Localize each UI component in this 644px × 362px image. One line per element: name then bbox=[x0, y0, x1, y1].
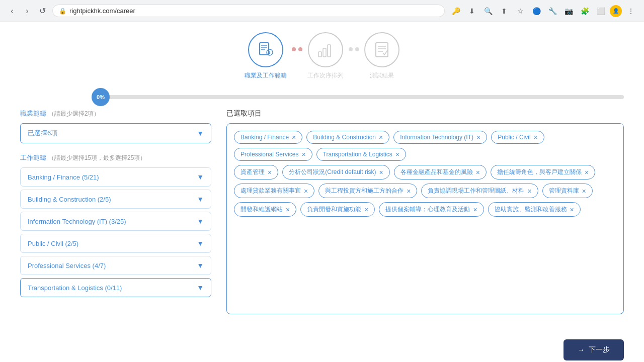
step1-circle bbox=[248, 32, 283, 67]
work-tags-row: 資產管理×分析公司狀況(Credit default risk)×各種金融產品和… bbox=[234, 165, 616, 217]
progress-bar: 0% bbox=[101, 95, 624, 99]
category-label: Information Technology (IT) (3/25) bbox=[28, 218, 126, 225]
next-button[interactable]: → 下一步 bbox=[564, 339, 624, 360]
tag-text: 協助實施、監測和改善服務 bbox=[495, 205, 567, 214]
tag-text: 負責開發和實施功能 bbox=[307, 205, 361, 214]
work-tag: 負責開發和實施功能× bbox=[300, 202, 375, 217]
tag-text: 管理資料庫 bbox=[549, 187, 579, 195]
dot4 bbox=[355, 47, 359, 51]
selected-box: Banking / Finance×Building & Constructio… bbox=[226, 123, 624, 314]
tag-close-icon[interactable]: × bbox=[286, 206, 290, 213]
category-label: Public / Civil (2/5) bbox=[28, 240, 78, 247]
step-dots-1 bbox=[292, 47, 302, 51]
selected-label: 已選取項目 bbox=[226, 109, 624, 118]
tag-text: 擔任統籌角色，與客戶建立關係 bbox=[497, 168, 582, 176]
screenshot-icon[interactable]: 📷 bbox=[561, 4, 576, 18]
dot1 bbox=[292, 47, 296, 51]
work-tag: 協助實施、監測和改善服務× bbox=[488, 202, 581, 217]
back-button[interactable]: ‹ bbox=[6, 5, 18, 17]
key-icon[interactable]: 🔑 bbox=[449, 4, 463, 18]
browser-action-buttons[interactable]: 🔑 ⬇ 🔍 ⬆ ☆ 🔵 🔧 📷 🧩 ⬜ 👤 ⋮ bbox=[449, 4, 638, 18]
step-career: 職業及工作範疇 bbox=[245, 32, 287, 80]
tag-close-icon[interactable]: × bbox=[364, 206, 368, 213]
step-work-order: 工作次序排列 bbox=[307, 32, 344, 80]
work-tag: 管理資料庫× bbox=[542, 184, 593, 198]
svg-rect-7 bbox=[318, 52, 321, 57]
career-dropdown-label: 已選擇6項 bbox=[28, 129, 57, 138]
category-arrow-icon: ▼ bbox=[197, 284, 204, 292]
star-icon[interactable]: ☆ bbox=[513, 4, 527, 18]
address-bar[interactable]: 🔒 rightpickhk.com/career bbox=[52, 5, 445, 17]
category-label: Banking / Finance (5/21) bbox=[28, 173, 99, 181]
tag-close-icon[interactable]: × bbox=[476, 134, 480, 141]
tag-close-icon[interactable]: × bbox=[527, 188, 531, 195]
tag-close-icon[interactable]: × bbox=[407, 188, 411, 195]
tag-text: 開發和維護網站 bbox=[240, 205, 283, 214]
category-label: Professional Services (4/7) bbox=[28, 262, 106, 269]
tag-close-icon[interactable]: × bbox=[585, 169, 589, 176]
search-icon[interactable]: 🔍 bbox=[481, 4, 495, 18]
category-item[interactable]: Transportation & Logistics (0/11) ▼ bbox=[20, 278, 211, 297]
category-item[interactable]: Banking / Finance (5/21) ▼ bbox=[20, 167, 211, 187]
menu-icon[interactable]: ⋮ bbox=[624, 4, 638, 18]
download-icon[interactable]: ⬇ bbox=[465, 4, 479, 18]
tag-close-icon[interactable]: × bbox=[534, 134, 538, 141]
step1-label: 職業及工作範疇 bbox=[245, 71, 287, 80]
svg-rect-10 bbox=[376, 43, 388, 57]
tag-text: 處理貸款業務有關事宜 bbox=[240, 187, 301, 195]
tag-close-icon[interactable]: × bbox=[379, 134, 383, 141]
tag-close-icon[interactable]: × bbox=[268, 169, 272, 176]
step-dots-2 bbox=[349, 47, 359, 51]
profile-avatar[interactable]: 👤 bbox=[610, 5, 622, 17]
category-arrow-icon: ▼ bbox=[197, 261, 204, 269]
tag-text: Transportation & Logistics bbox=[323, 151, 392, 158]
tag-close-icon[interactable]: × bbox=[476, 169, 480, 176]
right-panel: 已選取項目 Banking / Finance×Building & Const… bbox=[226, 109, 624, 314]
work-tag: 擔任統籌角色，與客戶建立關係× bbox=[491, 165, 595, 179]
career-tag: Information Technology (IT)× bbox=[393, 131, 487, 144]
category-label: Transportation & Logistics (0/11) bbox=[28, 284, 122, 292]
career-section: 職業範疇 （請最少選擇2項） 已選擇6項 ▼ bbox=[20, 109, 211, 143]
career-tag: Professional Services× bbox=[234, 148, 312, 161]
puzzle-icon[interactable]: 🧩 bbox=[578, 4, 592, 18]
url-text: rightpickhk.com/career bbox=[69, 7, 135, 15]
tag-close-icon[interactable]: × bbox=[304, 188, 308, 195]
career-dropdown-arrow: ▼ bbox=[197, 129, 204, 137]
browser-nav-controls[interactable]: ‹ › ↺ bbox=[6, 5, 48, 17]
tag-close-icon[interactable]: × bbox=[379, 169, 383, 176]
work-section-title: 工作範疇 （請最少選擇15項，最多選擇25項） bbox=[20, 153, 211, 162]
tag-close-icon[interactable]: × bbox=[395, 151, 399, 158]
work-tag: 分析公司狀況(Credit default risk)× bbox=[282, 165, 390, 179]
tag-text: 分析公司狀況(Credit default risk) bbox=[289, 168, 376, 176]
extension2-icon[interactable]: 🔧 bbox=[545, 4, 559, 18]
career-section-title: 職業範疇 （請最少選擇2項） bbox=[20, 109, 211, 118]
next-label: 下一步 bbox=[589, 345, 610, 354]
extension1-icon[interactable]: 🔵 bbox=[529, 4, 543, 18]
category-item[interactable]: Information Technology (IT) (3/25) ▼ bbox=[20, 212, 211, 231]
svg-rect-9 bbox=[328, 45, 331, 57]
tag-close-icon[interactable]: × bbox=[292, 134, 296, 141]
tag-close-icon[interactable]: × bbox=[473, 206, 477, 213]
tag-close-icon[interactable]: × bbox=[570, 206, 574, 213]
category-item[interactable]: Building & Construction (2/5) ▼ bbox=[20, 190, 211, 209]
category-arrow-icon: ▼ bbox=[197, 195, 204, 203]
work-tag: 負責協調現場工作和管理圖紙、材料× bbox=[421, 184, 538, 198]
left-panel: 職業範疇 （請最少選擇2項） 已選擇6項 ▼ 工作範疇 （請最少選擇15項，最多… bbox=[20, 109, 211, 300]
forward-button[interactable]: › bbox=[21, 5, 33, 17]
dot2 bbox=[298, 47, 302, 51]
main-layout: 職業範疇 （請最少選擇2項） 已選擇6項 ▼ 工作範疇 （請最少選擇15項，最多… bbox=[20, 109, 624, 314]
browser-chrome: ‹ › ↺ 🔒 rightpickhk.com/career 🔑 ⬇ 🔍 ⬆ ☆… bbox=[0, 0, 644, 22]
split-icon[interactable]: ⬜ bbox=[594, 4, 608, 18]
share-icon[interactable]: ⬆ bbox=[497, 4, 511, 18]
tag-close-icon[interactable]: × bbox=[582, 188, 586, 195]
reload-button[interactable]: ↺ bbox=[36, 5, 48, 17]
tag-text: 提供個案輔導；心理教育及活動 bbox=[385, 205, 470, 214]
tag-close-icon[interactable]: × bbox=[301, 151, 305, 158]
category-item[interactable]: Public / Civil (2/5) ▼ bbox=[20, 234, 211, 253]
tag-text: Professional Services bbox=[240, 151, 298, 158]
category-item[interactable]: Professional Services (4/7) ▼ bbox=[20, 256, 211, 275]
career-dropdown[interactable]: 已選擇6項 ▼ bbox=[20, 123, 211, 143]
progress-thumb: 0% bbox=[92, 88, 110, 106]
lock-icon: 🔒 bbox=[59, 8, 66, 15]
step2-circle bbox=[308, 32, 343, 67]
